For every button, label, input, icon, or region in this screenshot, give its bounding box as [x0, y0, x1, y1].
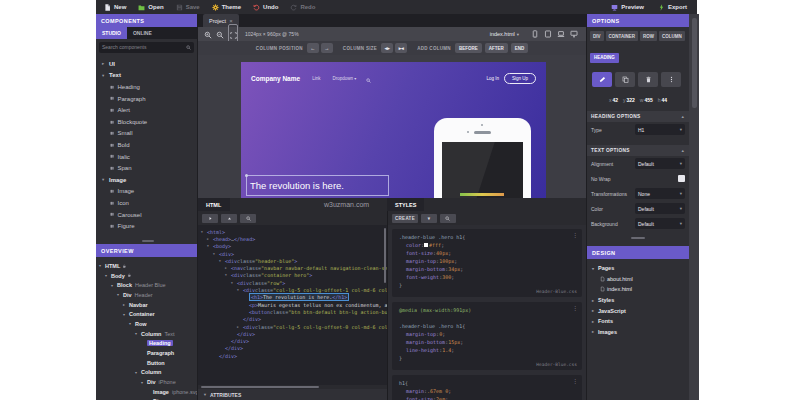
hero-search-icon[interactable] [366, 69, 371, 87]
overview-node-row[interactable]: ▾Row [96, 319, 197, 329]
code-line[interactable]: margin-bottom: 15px; [397, 338, 577, 346]
code-line[interactable] [397, 314, 577, 322]
code-line[interactable]: </div> [198, 330, 387, 337]
collapse-node-button[interactable] [221, 214, 237, 223]
select-transformations[interactable]: None▾ [635, 188, 685, 199]
iphone-image[interactable] [434, 118, 531, 198]
code-line[interactable]: margin-top: 0; [397, 330, 577, 338]
code-line[interactable]: ▾<div class="container hero"> [198, 272, 387, 279]
code-line[interactable]: font-size: 40px; [397, 249, 577, 257]
components-tree-text[interactable]: ▾Text [96, 70, 197, 82]
code-line[interactable]: <p>Mauris egestas tellus non ex condimen… [198, 301, 387, 308]
design-tree-pages[interactable]: ▾Pages [592, 263, 689, 274]
components-tree-bold[interactable]: Bold [96, 139, 197, 151]
tab-online[interactable]: ONLINE [127, 27, 158, 39]
hero-login-link[interactable]: Log In [486, 76, 499, 81]
overview-node-div[interactable]: Div [96, 397, 197, 400]
selection-handle[interactable] [245, 174, 248, 177]
breadcrumb-div[interactable]: DIV [590, 31, 604, 41]
kebab-menu-icon[interactable]: ⋮ [572, 377, 578, 384]
design-tree-fonts[interactable]: ▸Fonts [592, 316, 689, 327]
styles-panel-tab[interactable]: STYLES [387, 198, 424, 211]
components-tree-paragraph[interactable]: Paragraph [96, 93, 197, 105]
options-scroll-indicator[interactable] [631, 237, 645, 239]
kebab-menu-icon[interactable]: ⋮ [572, 231, 578, 238]
overview-node-container[interactable]: ▾Container [96, 309, 197, 319]
code-line[interactable]: } [397, 281, 577, 289]
components-tree-figure[interactable]: Figure [96, 220, 197, 232]
expand-node-button[interactable] [202, 214, 218, 223]
design-panel-header[interactable]: DESIGN [587, 246, 689, 259]
selected-element-button[interactable]: HEADING [590, 53, 619, 63]
code-line[interactable]: .header-blue .hero h1 { [397, 233, 577, 241]
components-tree-image[interactable]: Image [96, 186, 197, 198]
components-scrollbar[interactable] [96, 238, 197, 244]
kebab-menu-icon[interactable]: ⋮ [572, 304, 578, 311]
code-line[interactable]: ▸<head>…</head> [198, 235, 387, 242]
close-icon[interactable]: × [229, 18, 233, 24]
styles-search-button[interactable] [440, 214, 456, 223]
overview-node-button[interactable]: Button [96, 358, 197, 368]
toolbar-preview-button[interactable]: Preview [611, 4, 644, 11]
add-column-end-button[interactable]: END [511, 43, 529, 53]
move-column-right-button[interactable]: → [321, 43, 333, 53]
overview-node-div[interactable]: ▾DiviPhone [96, 377, 197, 387]
hscrollbar-thumb[interactable] [201, 386, 319, 388]
code-line[interactable]: ▾<div class="row"> [198, 279, 387, 286]
design-tree-images[interactable]: ▸Images [592, 327, 689, 338]
duplicate-button[interactable] [615, 72, 635, 87]
components-tree-image[interactable]: ▾Image [96, 174, 197, 186]
code-line[interactable]: line-height: 1.4; [397, 346, 577, 354]
overview-node-html[interactable]: ▾HTML [96, 261, 197, 271]
move-column-left-button[interactable]: ← [307, 43, 319, 53]
components-tree-small[interactable]: Small [96, 128, 197, 140]
components-tree-italic[interactable]: Italic [96, 151, 197, 163]
code-line[interactable]: .header-blue .hero h1 { [397, 322, 577, 330]
code-line[interactable]: <h1>The revolution is here.</h1> [198, 294, 387, 301]
overview-node-navbar[interactable]: ▸Navbar [96, 300, 197, 310]
code-line[interactable]: margin: .67em 0; [397, 387, 577, 395]
add-column-before-button[interactable]: BEFORE [455, 43, 482, 53]
code-line[interactable]: </div> [198, 337, 387, 344]
components-panel-header[interactable]: COMPONENTS [96, 14, 197, 27]
breadcrumb-container[interactable]: CONTAINER [606, 31, 638, 41]
selected-heading-outline[interactable]: The revolution is here. [246, 175, 389, 196]
device-desktop-button[interactable] [570, 30, 578, 38]
code-line[interactable]: margin-bottom: 34px; [397, 265, 577, 273]
page-dropdown[interactable]: index.html ▾ [490, 31, 519, 37]
code-line[interactable]: </div> [198, 316, 387, 323]
code-line[interactable]: margin-top: 100px; [397, 257, 577, 265]
components-tree-heading[interactable]: Heading [96, 81, 197, 93]
select-alignment[interactable]: Default▾ [635, 158, 685, 169]
breadcrumb-column[interactable]: COLUMN [659, 31, 685, 41]
collapse-icon[interactable]: ▲ [681, 114, 685, 119]
trash-button[interactable] [638, 72, 658, 87]
code-line[interactable]: font-size: 2em; [397, 395, 577, 400]
column-shrink-button[interactable]: ▸◂ [395, 43, 407, 53]
overview-node-paragraph[interactable]: Paragraph [96, 348, 197, 358]
components-tree-span[interactable]: Span [96, 162, 197, 174]
search-input[interactable]: Search components [99, 42, 194, 53]
code-line[interactable]: font-weight: 300; [397, 273, 577, 281]
overview-node-image[interactable]: Imageiphone.svg [96, 387, 197, 397]
code-line[interactable]: h1 { [397, 379, 577, 387]
hero-nav-link[interactable]: Link [312, 76, 320, 81]
create-dropdown-button[interactable]: ▾ [421, 214, 437, 223]
hero-brand[interactable]: Company Name [251, 75, 300, 82]
design-tree-index-html[interactable]: index.html [592, 284, 689, 295]
html-code-vscrollbar[interactable] [384, 228, 386, 283]
html-code-editor[interactable]: ▾<html>▸<head>…</head>▾<body>▾<div>▾<div… [198, 225, 387, 385]
code-line[interactable]: ▾<body> [198, 243, 387, 250]
column-grow-button[interactable]: ◂▸ [381, 43, 393, 53]
undo-button[interactable]: Undo [253, 4, 278, 11]
overview-node-block[interactable]: ▾BlockHeader Blue [96, 280, 197, 290]
device-tablet-button[interactable] [544, 30, 552, 38]
hero-nav-dropdown[interactable]: Dropdown ▾ [332, 76, 356, 81]
code-line[interactable]: ▸<nav class="navbar navbar-default navig… [198, 264, 387, 271]
design-tree-about-html[interactable]: about.html [592, 274, 689, 285]
more-button[interactable] [661, 72, 681, 87]
section-header-heading-options[interactable]: HEADING OPTIONS▲ [587, 111, 689, 122]
create-style-button[interactable]: CREATE [392, 214, 418, 223]
breadcrumb-row[interactable]: ROW [640, 31, 657, 41]
code-line[interactable]: ▾<div class="header-blue"> [198, 257, 387, 264]
